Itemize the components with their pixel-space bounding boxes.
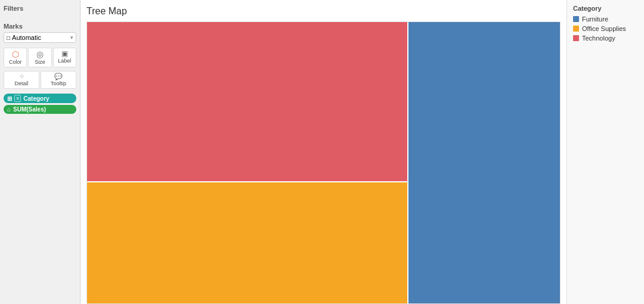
pill-prefix-box: ≡ xyxy=(14,95,21,102)
tooltip-button[interactable]: 💬 Tooltip xyxy=(41,71,76,89)
marks-label: Marks xyxy=(4,23,76,30)
size-icon: ◎ xyxy=(36,50,44,58)
filters-section: Filters xyxy=(4,5,76,14)
treemap-left-column xyxy=(87,22,408,303)
office-supplies-swatch xyxy=(573,26,579,32)
sales-pill-label: SUM(Sales) xyxy=(13,106,46,113)
marks-type-dropdown[interactable]: □ Automatic ▾ xyxy=(4,32,76,43)
filters-label: Filters xyxy=(4,5,76,12)
treemap-container xyxy=(86,21,561,304)
category-pill[interactable]: ⊞ ≡ Category xyxy=(4,94,76,103)
legend-panel: Category Furniture Office Supplies Techn… xyxy=(566,0,644,304)
sidebar: Filters Marks □ Automatic ▾ ⬡ Color ◎ Si… xyxy=(0,0,80,304)
size-button[interactable]: ◎ Size xyxy=(28,48,51,67)
legend-title: Category xyxy=(573,5,638,12)
category-pill-label: Category xyxy=(23,95,49,102)
label-button[interactable]: ▣ Label xyxy=(53,48,76,67)
pills-container: ⊞ ≡ Category ⌂ SUM(Sales) xyxy=(4,94,76,114)
key-icon: ⌂ xyxy=(7,106,11,113)
color-label: Color xyxy=(9,59,22,65)
legend-item-office-supplies[interactable]: Office Supplies xyxy=(573,25,638,32)
legend-item-furniture[interactable]: Furniture xyxy=(573,15,638,23)
marks-buttons-grid: ⬡ Color ◎ Size ▣ Label xyxy=(4,48,76,67)
label-icon: ▣ xyxy=(61,50,68,57)
label-label: Label xyxy=(58,58,71,64)
marks-section: Marks □ Automatic ▾ ⬡ Color ◎ Size ▣ Lab… xyxy=(4,23,76,114)
dropdown-checkbox-icon: □ xyxy=(7,35,10,41)
furniture-swatch xyxy=(573,16,579,22)
detail-label: Detail xyxy=(14,80,28,86)
legend-item-technology[interactable]: Technology xyxy=(573,35,638,42)
main-area: Tree Map xyxy=(80,0,566,304)
sales-pill[interactable]: ⌂ SUM(Sales) xyxy=(4,105,76,114)
tooltip-label: Tooltip xyxy=(51,80,66,86)
detail-icon: ⁘ xyxy=(19,73,24,80)
detail-button[interactable]: ⁘ Detail xyxy=(4,71,39,89)
treemap-office-supplies-segment[interactable] xyxy=(87,182,408,303)
grid-icon: ⊞ xyxy=(7,95,12,102)
color-icon: ⬡ xyxy=(12,50,19,58)
tooltip-icon: 💬 xyxy=(54,73,63,80)
dropdown-value: Automatic xyxy=(12,34,41,41)
office-supplies-legend-label: Office Supplies xyxy=(582,25,626,32)
color-button[interactable]: ⬡ Color xyxy=(4,48,27,67)
technology-legend-label: Technology xyxy=(582,35,615,42)
treemap-furniture-segment[interactable] xyxy=(408,22,560,303)
technology-swatch xyxy=(573,35,579,41)
treemap-technology-segment[interactable] xyxy=(87,22,408,182)
furniture-legend-label: Furniture xyxy=(582,15,608,23)
chevron-down-icon: ▾ xyxy=(70,35,73,41)
marks-buttons-row2: ⁘ Detail 💬 Tooltip xyxy=(4,71,76,89)
size-label: Size xyxy=(35,59,45,65)
chart-title: Tree Map xyxy=(86,6,561,17)
